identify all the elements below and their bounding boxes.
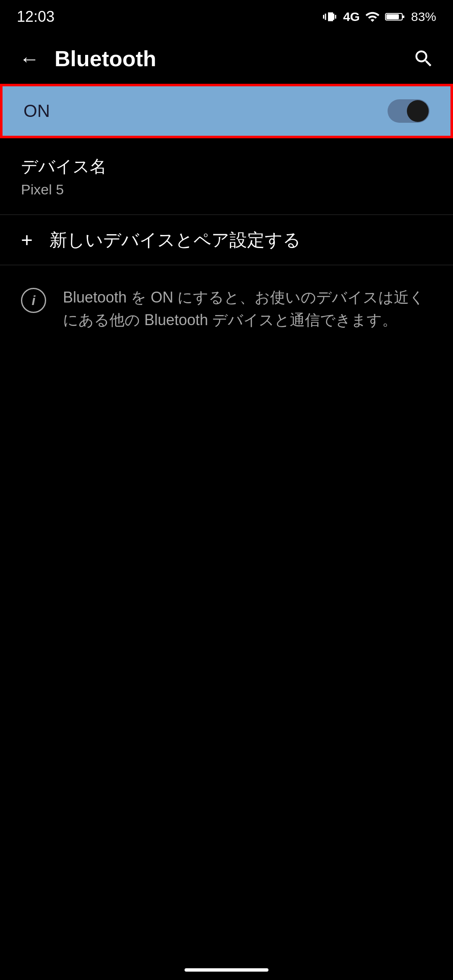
info-icon: i — [21, 288, 46, 313]
battery-icon — [385, 9, 406, 24]
search-button[interactable] — [407, 42, 440, 75]
vibrate-icon — [323, 9, 338, 24]
app-bar: ← Bluetooth — [0, 34, 453, 84]
status-time: 12:03 — [17, 8, 55, 26]
battery-percent: 83% — [411, 10, 436, 24]
bluetooth-toggle-row[interactable]: ON — [0, 84, 453, 138]
signal-icon — [365, 9, 380, 24]
info-row: i Bluetooth を ON にすると、お使いのデバイスは近くにある他の B… — [0, 265, 453, 352]
page-title: Bluetooth — [46, 46, 407, 71]
device-name-label: デバイス名 — [21, 155, 432, 178]
device-name-row[interactable]: デバイス名 Pixel 5 — [0, 138, 453, 215]
plus-icon: + — [21, 228, 33, 251]
toggle-thumb — [407, 100, 429, 122]
bluetooth-toggle-switch[interactable] — [388, 99, 430, 123]
status-icons: 4G 83% — [323, 9, 436, 24]
svg-rect-1 — [386, 14, 399, 19]
back-arrow-icon: ← — [19, 47, 39, 70]
info-text: Bluetooth を ON にすると、お使いのデバイスは近くにある他の Blu… — [63, 286, 432, 331]
svg-rect-2 — [403, 16, 404, 18]
network-type: 4G — [343, 10, 360, 24]
toggle-label: ON — [23, 101, 50, 121]
info-i-letter: i — [32, 293, 36, 308]
status-bar: 12:03 4G 83% — [0, 0, 453, 34]
search-icon — [413, 48, 435, 70]
home-indicator[interactable] — [185, 968, 268, 972]
back-button[interactable]: ← — [13, 42, 46, 75]
device-name-value: Pixel 5 — [21, 181, 432, 198]
pair-label: 新しいデバイスとペア設定する — [49, 228, 301, 252]
pair-new-device-row[interactable]: + 新しいデバイスとペア設定する — [0, 215, 453, 265]
